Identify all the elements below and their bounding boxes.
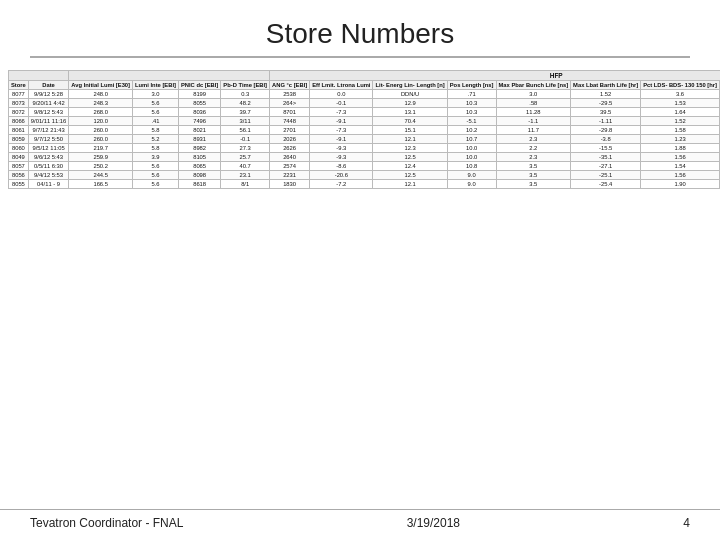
table-cell: 3/11 <box>221 117 270 126</box>
table-cell: 8049 <box>9 153 29 162</box>
col-pbd-time: Pb-D Time [EBI] <box>221 81 270 90</box>
table-cell: 39.7 <box>221 108 270 117</box>
table-cell: 9.0 <box>447 180 496 189</box>
table-cell: 11.28 <box>496 108 571 117</box>
table-cell: 5.6 <box>133 108 179 117</box>
group-empty2 <box>69 71 270 81</box>
table-cell: -7.2 <box>310 180 373 189</box>
table-row: 80499/6/12 5:43259.93.9810525.72640-9.31… <box>9 153 721 162</box>
col-store: Store <box>9 81 29 90</box>
table-row: 80609/5/12 11:05219.75.8898227.32626-9.3… <box>9 144 721 153</box>
table-cell: 244.5 <box>69 171 133 180</box>
col-pct-lds: Pct LDS- BDS- 130 150 [hr] <box>641 81 720 90</box>
table-cell: 23.1 <box>221 171 270 180</box>
table-cell: 2231 <box>270 171 310 180</box>
table-cell: DDN/U <box>373 90 447 99</box>
table-cell: 8931 <box>178 135 220 144</box>
table-cell: 11.7 <box>496 126 571 135</box>
table-cell: 268.0 <box>69 108 133 117</box>
table-cell: 219.7 <box>69 144 133 153</box>
table-cell: 0.3 <box>221 90 270 99</box>
table-cell: 9/01/11 11:16 <box>28 117 68 126</box>
table-cell: .41 <box>133 117 179 126</box>
table-cell: 259.9 <box>69 153 133 162</box>
table-cell: 5.8 <box>133 144 179 153</box>
table-cell: -9.3 <box>310 153 373 162</box>
table-cell: 5.6 <box>133 180 179 189</box>
title-divider <box>30 56 690 58</box>
table-cell: 120.0 <box>69 117 133 126</box>
table-cell: 7496 <box>178 117 220 126</box>
table-row: 80669/01/11 11:16120.0.4174963/117448-9.… <box>9 117 721 126</box>
table-cell: 8701 <box>270 108 310 117</box>
table-cell: 12.5 <box>373 153 447 162</box>
table-cell: 2626 <box>270 144 310 153</box>
col-max-lbat: Max Lbat Barth Life [hr] <box>571 81 641 90</box>
table-cell: 2701 <box>270 126 310 135</box>
table-cell: 5.2 <box>133 135 179 144</box>
table-cell: 3.5 <box>496 180 571 189</box>
table-cell: 8060 <box>9 144 29 153</box>
footer-left: Tevatron Coordinator - FNAL <box>30 516 183 530</box>
table-row: 80599/7/12 5:50260.05.28931-0.12026-9.11… <box>9 135 721 144</box>
table-cell: 12.3 <box>373 144 447 153</box>
col-eff-lmit: Eff Lmit. Ltrona Lumi <box>310 81 373 90</box>
group-hfp: HFP <box>270 71 720 81</box>
table-cell: 56.1 <box>221 126 270 135</box>
store-numbers-table: HFP 150 GeV Ramp Squeeze End of Store St… <box>8 70 720 189</box>
footer-right: 4 <box>683 516 690 530</box>
table-cell: -27.1 <box>571 162 641 171</box>
table-row: 80739/20/11 4:42248.35.6805548.2264>-0.1… <box>9 99 721 108</box>
table-cell: 3.0 <box>496 90 571 99</box>
table-cell: 1.56 <box>641 171 720 180</box>
table-cell: 9/5/12 11:05 <box>28 144 68 153</box>
table-cell: 9/6/12 5:43 <box>28 153 68 162</box>
table-cell: 8036 <box>178 108 220 117</box>
table-cell: 3.9 <box>133 153 179 162</box>
table-cell: 10.3 <box>447 108 496 117</box>
table-row: 80570/5/11 6:30250.25.6806540.72574-8.61… <box>9 162 721 171</box>
table-cell: 8098 <box>178 171 220 180</box>
table-cell: 10.0 <box>447 153 496 162</box>
table-cell: 7448 <box>270 117 310 126</box>
table-cell: 8021 <box>178 126 220 135</box>
table-cell: -35.1 <box>571 153 641 162</box>
table-row: 80569/4/12 5:53244.55.6809823.12231-20.6… <box>9 171 721 180</box>
data-table-wrapper: HFP 150 GeV Ramp Squeeze End of Store St… <box>0 66 720 193</box>
table-cell: -7.3 <box>310 126 373 135</box>
table-cell: 1.23 <box>641 135 720 144</box>
table-cell: 13.1 <box>373 108 447 117</box>
table-cell: 2.3 <box>496 135 571 144</box>
table-cell: -0.1 <box>221 135 270 144</box>
table-cell: 0/5/11 6:30 <box>28 162 68 171</box>
table-cell: 9/7/12 5:50 <box>28 135 68 144</box>
table-cell: 2.3 <box>496 153 571 162</box>
table-cell: 5.6 <box>133 162 179 171</box>
table-cell: -29.8 <box>571 126 641 135</box>
table-cell: 8073 <box>9 99 29 108</box>
table-cell: 1.90 <box>641 180 720 189</box>
col-avg-lumi: Avg Initial Lumi [E30] <box>69 81 133 90</box>
table-cell: 8055 <box>178 99 220 108</box>
table-cell: 5.8 <box>133 126 179 135</box>
table-cell: 248.3 <box>69 99 133 108</box>
table-cell: 1.88 <box>641 144 720 153</box>
table-cell: 1.54 <box>641 162 720 171</box>
col-date: Date <box>28 81 68 90</box>
table-cell: -0.1 <box>310 99 373 108</box>
table-cell: 3.5 <box>496 162 571 171</box>
table-cell: 10.0 <box>447 144 496 153</box>
table-cell: 0.0 <box>310 90 373 99</box>
table-cell: 8072 <box>9 108 29 117</box>
table-cell: 10.8 <box>447 162 496 171</box>
table-cell: 8/1 <box>221 180 270 189</box>
table-cell: 248.0 <box>69 90 133 99</box>
table-cell: 1830 <box>270 180 310 189</box>
table-cell: 12.4 <box>373 162 447 171</box>
table-cell: 166.5 <box>69 180 133 189</box>
table-cell: 48.2 <box>221 99 270 108</box>
table-cell: 8061 <box>9 126 29 135</box>
table-row: 80619/7/12 21:43260.05.8802156.12701-7.3… <box>9 126 721 135</box>
table-cell: 15.1 <box>373 126 447 135</box>
table-cell: 1.56 <box>641 153 720 162</box>
